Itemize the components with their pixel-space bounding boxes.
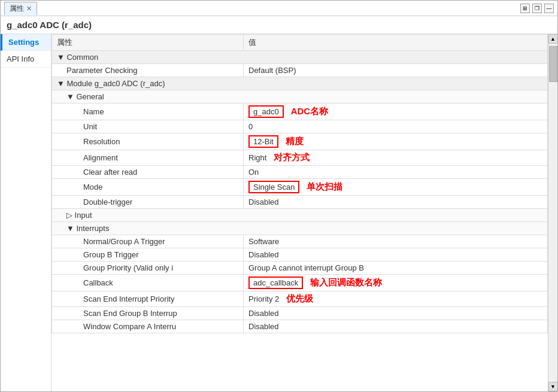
section-label: ▷ Input (52, 209, 548, 222)
table-row: ▷ Input (52, 209, 548, 222)
scrollbar: ▲ ▼ (548, 34, 557, 391)
scroll-up-btn[interactable]: ▲ (548, 34, 558, 44)
title-tab[interactable]: 属性 ✕ (4, 2, 37, 15)
value-box[interactable]: Single Scan (248, 181, 299, 193)
scroll-thumb[interactable] (549, 46, 557, 82)
annotation-text: 对齐方式 (274, 152, 310, 162)
prop-value: Disabled (244, 196, 548, 209)
prop-label: Mode (52, 179, 244, 196)
value-box[interactable]: g_adc0 (248, 105, 284, 118)
prop-value: Group A cannot interrupt Group B (244, 262, 548, 275)
prop-label: Resolution (52, 133, 244, 150)
table-row: ModeSingle Scan单次扫描 (52, 179, 548, 196)
table-row: Clear after readOn (52, 166, 548, 179)
prop-value[interactable]: 12-Bit精度 (244, 133, 548, 150)
sidebar-item-apiinfo[interactable]: API Info (1, 51, 51, 68)
prop-label: Callback (52, 275, 244, 291)
table-row: Group B TriggerDisabled (52, 248, 548, 262)
annotation-text: 输入回调函数名称 (310, 277, 382, 287)
table-row: Window Compare A InterruDisabled (52, 320, 548, 333)
prop-label: Unit (52, 120, 244, 133)
prop-label: Group B Trigger (52, 248, 244, 262)
prop-value: Software (244, 235, 548, 248)
table-row: Scan End Group B InterrupDisabled (52, 307, 548, 320)
table-row: Resolution12-Bit精度 (52, 133, 548, 150)
prop-label: Name (52, 104, 244, 120)
prop-label: Double-trigger (52, 196, 244, 209)
table-row: Normal/Group A TriggerSoftware (52, 235, 548, 248)
table-row: ▼ Module g_adc0 ADC (r_adc) (52, 77, 548, 90)
prop-value: Disabled (244, 307, 548, 320)
section-label: ▼ General (52, 90, 548, 104)
prop-value: Default (BSP) (244, 64, 548, 77)
col-header-property: 属性 (52, 35, 244, 51)
prop-label: Clear after read (52, 166, 244, 179)
title-tab-label: 属性 (10, 4, 24, 14)
table-row: Group Priority (Valid only iGroup A cann… (52, 262, 548, 275)
prop-value: On (244, 166, 548, 179)
prop-label: Scan End Group B Interrup (52, 307, 244, 320)
prop-value[interactable]: adc_callback输入回调函数名称 (244, 275, 548, 291)
title-bar-left: 属性 ✕ (4, 2, 37, 15)
table-row: ▼ General (52, 90, 548, 104)
section-label: ▼ Common (52, 51, 548, 64)
content-area: Settings API Info 属性 值 (1, 34, 557, 391)
prop-value[interactable]: g_adc0ADC名称 (244, 104, 548, 120)
annotation-text: 优先级 (286, 293, 313, 303)
table-row: ▼ Interrupts (52, 222, 548, 235)
scroll-track (548, 44, 557, 382)
section-label: ▼ Module g_adc0 ADC (r_adc) (52, 77, 548, 90)
prop-label: Window Compare A Interru (52, 320, 244, 333)
table-row: ▼ Common (52, 51, 548, 64)
prop-label: Scan End Interrupt Priority (52, 291, 244, 307)
sidebar-item-settings[interactable]: Settings (1, 34, 51, 51)
prop-value: Disabled (244, 248, 548, 262)
main-window: 属性 ✕ ⊞ ❐ — g_adc0 ADC (r_adc) Settings A… (0, 0, 558, 392)
prop-label: Group Priority (Valid only i (52, 262, 244, 275)
table-row: Nameg_adc0ADC名称 (52, 104, 548, 120)
sidebar: Settings API Info (1, 34, 51, 391)
table-scroll[interactable]: 属性 值 ▼ CommonParameter CheckingDefault (… (51, 34, 548, 391)
value-box[interactable]: adc_callback (248, 276, 303, 289)
prop-value: Priority 2优先级 (244, 291, 548, 307)
table-row: Unit0 (52, 120, 548, 133)
title-bar-right: ⊞ ❐ — (520, 4, 554, 13)
value-box[interactable]: 12-Bit (248, 135, 278, 148)
col-header-value: 值 (244, 35, 548, 51)
annotation-text: 精度 (286, 136, 304, 146)
prop-value: 0 (244, 120, 548, 133)
prop-label: Normal/Group A Trigger (52, 235, 244, 248)
prop-label: Alignment (52, 150, 244, 166)
property-table: 属性 值 ▼ CommonParameter CheckingDefault (… (51, 34, 548, 333)
title-bar: 属性 ✕ ⊞ ❐ — (1, 1, 557, 16)
page-title: g_adc0 ADC (r_adc) (1, 16, 557, 34)
table-row: Scan End Interrupt PriorityPriority 2优先级 (52, 291, 548, 307)
external-icon[interactable]: ⊞ (520, 4, 530, 13)
table-wrapper: 属性 值 ▼ CommonParameter CheckingDefault (… (51, 34, 557, 391)
prop-value: Disabled (244, 320, 548, 333)
prop-value: Right对齐方式 (244, 150, 548, 166)
annotation-text: 单次扫描 (307, 181, 342, 192)
minimize-icon[interactable]: — (544, 4, 554, 13)
prop-label: Parameter Checking (52, 64, 244, 77)
table-row: AlignmentRight对齐方式 (52, 150, 548, 166)
prop-value[interactable]: Single Scan单次扫描 (244, 179, 548, 196)
close-tab-icon[interactable]: ✕ (26, 5, 32, 13)
table-row: Parameter CheckingDefault (BSP) (52, 64, 548, 77)
restore-icon[interactable]: ❐ (532, 4, 542, 13)
section-label: ▼ Interrupts (52, 222, 548, 235)
annotation-text: ADC名称 (291, 106, 329, 116)
scroll-down-btn[interactable]: ▼ (548, 382, 558, 391)
table-row: Double-triggerDisabled (52, 196, 548, 209)
table-row: Callbackadc_callback输入回调函数名称 (52, 275, 548, 291)
main-panel: 属性 值 ▼ CommonParameter CheckingDefault (… (51, 34, 557, 391)
